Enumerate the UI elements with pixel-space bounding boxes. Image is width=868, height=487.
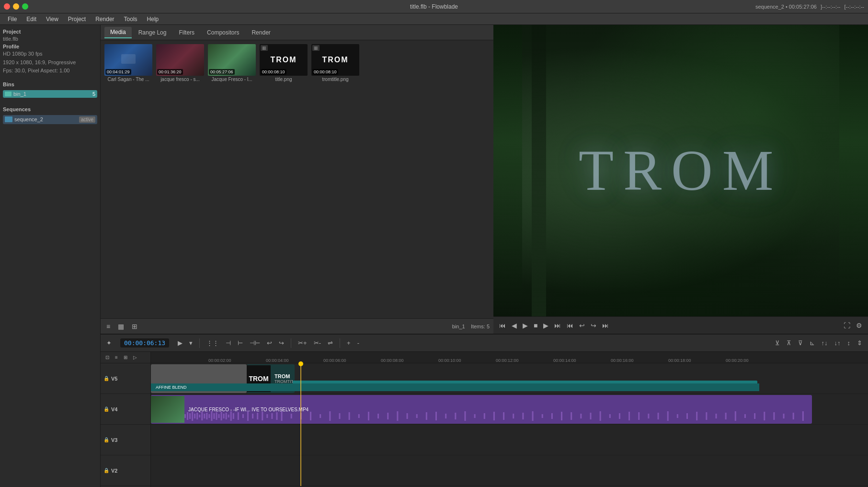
grid-view-button[interactable]: ⊞ bbox=[130, 322, 139, 331]
sequences-list: sequence_2 active bbox=[3, 115, 97, 124]
track-lock-icon-v4[interactable]: 🔒 bbox=[103, 406, 109, 412]
bin-item-bin1[interactable]: bin_1 5 bbox=[3, 90, 97, 98]
svg-rect-67 bbox=[638, 412, 640, 413]
play-button[interactable]: ▶ bbox=[521, 321, 530, 330]
track-header-v2: 🔒 V2 bbox=[101, 455, 150, 486]
track-lock-icon-v2[interactable]: 🔒 bbox=[103, 468, 109, 473]
tl-cursor-button[interactable]: ✦ bbox=[104, 338, 114, 348]
tree-right bbox=[839, 25, 868, 316]
prev-frame-button[interactable]: ◀ bbox=[510, 321, 519, 330]
sequence-item-seq2[interactable]: sequence_2 active bbox=[3, 115, 97, 124]
tab-media[interactable]: Media bbox=[104, 27, 132, 38]
tl-delete-button[interactable]: ✂- bbox=[312, 338, 323, 348]
skip-end-button[interactable]: ⏭ bbox=[600, 321, 611, 330]
svg-rect-15 bbox=[221, 412, 222, 413]
tl-more-tools-3[interactable]: ⊽ bbox=[796, 338, 805, 348]
tl-cut-button[interactable]: ✂+ bbox=[296, 338, 309, 348]
maximize-button[interactable] bbox=[22, 3, 28, 10]
ruler-mark-16m: 00:00:16:00 bbox=[611, 358, 634, 363]
menu-view[interactable]: View bbox=[42, 15, 62, 23]
profile-res: 1920 x 1080, 16:9, Progressive bbox=[3, 59, 97, 66]
media-item-carl-sagan[interactable]: 00:04:01:29 Carl Sagan - The ... bbox=[104, 44, 152, 82]
tl-undo-button[interactable]: ↩ bbox=[265, 338, 274, 348]
clip-v4-main[interactable]: JACQUE FRESCO - -IF WI... IVE TO OURSELV… bbox=[151, 395, 812, 424]
menu-tools[interactable]: Tools bbox=[120, 15, 141, 23]
svg-rect-55 bbox=[522, 413, 524, 413]
tl-magnet-button[interactable]: ≡ bbox=[113, 354, 120, 361]
duration-jacque2: 00:05:27:06 bbox=[209, 69, 235, 75]
tree-mid-left bbox=[532, 25, 546, 316]
media-thumb-jacque1: 00:01:36:20 bbox=[156, 44, 204, 76]
track-lock-icon-v3[interactable]: 🔒 bbox=[103, 437, 109, 442]
timeline-tracks[interactable]: 00:00:02:00 00:00:04:00 00:00:06:00 00:0… bbox=[151, 352, 868, 487]
media-item-jacque1[interactable]: 00:01:36:20 jacque fresco - s... bbox=[156, 44, 204, 82]
menu-edit[interactable]: Edit bbox=[23, 15, 40, 23]
media-thumb-jacque2: 00:05:27:06 bbox=[208, 44, 256, 76]
sync-button[interactable]: ⚙ bbox=[854, 321, 864, 330]
tl-play-dropdown[interactable]: ▾ bbox=[187, 338, 194, 348]
tree-left bbox=[493, 25, 522, 316]
tl-zoom-in-button[interactable]: + bbox=[345, 338, 353, 348]
tl-link-button[interactable]: ⇌ bbox=[326, 338, 335, 348]
timeline-content: ⊡ ≡ ⊞ ▷ 🔒 V5 🔒 V4 bbox=[101, 352, 868, 487]
tl-more-tools-8[interactable]: ⇕ bbox=[855, 338, 864, 348]
menu-file[interactable]: File bbox=[4, 15, 21, 23]
svg-rect-74 bbox=[706, 412, 707, 413]
track-lock-icon-v5[interactable]: 🔒 bbox=[103, 376, 109, 381]
track-name-v3: V3 bbox=[111, 437, 117, 443]
tl-zoom-out-button[interactable]: - bbox=[355, 338, 361, 348]
tl-snap-button[interactable]: ⊡ bbox=[103, 354, 111, 361]
tl-play-pos-button[interactable]: ▷ bbox=[131, 354, 139, 361]
loop-back-button[interactable]: ↩ bbox=[577, 321, 587, 330]
tl-more-tools-6[interactable]: ↓↑ bbox=[833, 338, 843, 348]
svg-rect-11 bbox=[211, 411, 212, 413]
tl-more-tools-1[interactable]: ⊻ bbox=[773, 338, 782, 348]
media-label-jacque2: Jacque Fresco - l... bbox=[211, 77, 252, 82]
fullscreen-button[interactable]: ⛶ bbox=[842, 321, 852, 330]
hamburger-button[interactable]: ≡ bbox=[104, 322, 112, 331]
svg-rect-59 bbox=[561, 412, 562, 413]
svg-rect-39 bbox=[368, 412, 369, 413]
tl-slip-button[interactable]: ⊣⊢ bbox=[248, 338, 262, 348]
media-item-jacque2[interactable]: 00:05:27:06 Jacque Fresco - l... bbox=[208, 44, 256, 82]
tab-render[interactable]: Render bbox=[246, 27, 276, 38]
menu-render[interactable]: Render bbox=[91, 15, 118, 23]
media-tabs: Media Range Log Filters Compositors Rend… bbox=[101, 25, 493, 40]
tl-roll-button[interactable]: ⊢ bbox=[236, 338, 245, 348]
tl-redo-button[interactable]: ↪ bbox=[277, 338, 286, 348]
skip-start-button[interactable]: ⏮ bbox=[565, 321, 575, 330]
waveform-svg bbox=[184, 410, 812, 413]
preview-background: TROM bbox=[493, 25, 868, 316]
loop-fwd-button[interactable]: ↪ bbox=[589, 321, 598, 330]
tl-more-tools-7[interactable]: ↕ bbox=[845, 338, 853, 348]
step-fwd-button[interactable]: ⏭ bbox=[552, 321, 563, 330]
ruler-mark-10m: 00:00:10:00 bbox=[438, 358, 461, 363]
tl-play-button[interactable]: ▶ bbox=[176, 338, 184, 348]
tl-ripple-button[interactable]: ⋮⋮ bbox=[205, 338, 221, 348]
tl-more-tools-4[interactable]: ⊾ bbox=[808, 338, 817, 348]
clip-affine-blend[interactable]: AFFINE BLEND bbox=[151, 383, 759, 391]
tab-range-log[interactable]: Range Log bbox=[133, 27, 172, 38]
tab-compositors[interactable]: Compositors bbox=[201, 27, 245, 38]
svg-rect-13 bbox=[216, 412, 217, 413]
menu-project[interactable]: Project bbox=[64, 15, 90, 23]
list-view-button[interactable]: ▦ bbox=[116, 322, 126, 331]
minimize-button[interactable] bbox=[13, 3, 19, 10]
stop-button[interactable]: ■ bbox=[532, 321, 539, 330]
tl-more-tools-5[interactable]: ↑↓ bbox=[820, 338, 830, 348]
svg-rect-53 bbox=[503, 412, 504, 413]
tl-grid-button[interactable]: ⊞ bbox=[122, 354, 129, 361]
timeline-timecode[interactable]: 00:00:06:13 bbox=[120, 338, 169, 348]
svg-rect-5 bbox=[196, 413, 198, 413]
media-item-tromtitle-png[interactable]: ▦ TROM 00:00:08:10 tromtitle.png bbox=[311, 44, 359, 82]
tl-trim-button[interactable]: ⊣ bbox=[224, 338, 233, 348]
tl-more-tools-2[interactable]: ⊼ bbox=[785, 338, 793, 348]
svg-rect-17 bbox=[226, 413, 227, 413]
next-frame-button[interactable]: ▶ bbox=[541, 321, 550, 330]
step-back-button[interactable]: ⏮ bbox=[497, 321, 508, 330]
close-button[interactable] bbox=[4, 3, 10, 10]
sequence-name: sequence_2 bbox=[14, 116, 43, 122]
tab-filters[interactable]: Filters bbox=[173, 27, 200, 38]
menu-help[interactable]: Help bbox=[143, 15, 163, 23]
media-item-title-png[interactable]: ▦ TROM 00:00:08:10 title.png bbox=[260, 44, 308, 82]
